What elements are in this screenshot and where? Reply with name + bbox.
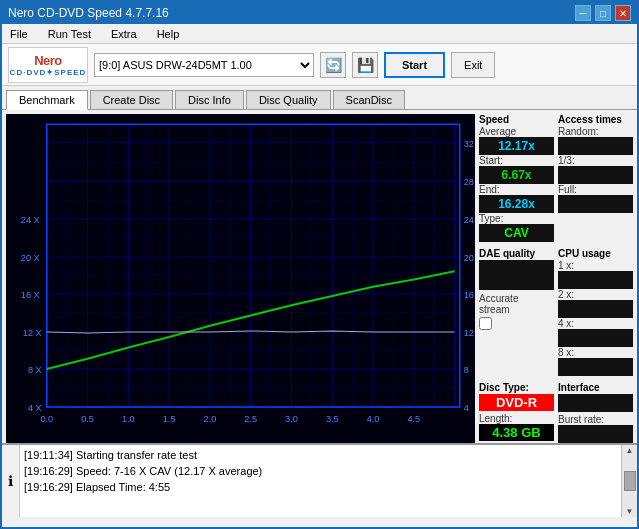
svg-text:8 X: 8 X xyxy=(28,365,42,375)
speed-section: Speed Average 12.17x Start: 6.67x End: 1… xyxy=(479,114,554,242)
nero-logo: Nero CD·DVD✦SPEED xyxy=(8,47,88,83)
maximize-button[interactable]: □ xyxy=(595,5,611,21)
menu-file[interactable]: File xyxy=(6,26,32,42)
start-button[interactable]: Start xyxy=(384,52,445,78)
save-icon-button[interactable]: 💾 xyxy=(352,52,378,78)
title-bar: Nero CD-DVD Speed 4.7.7.16 ─ □ ✕ xyxy=(2,2,637,24)
svg-text:8: 8 xyxy=(464,365,469,375)
tab-disc-quality[interactable]: Disc Quality xyxy=(246,90,331,109)
toolbar: Nero CD·DVD✦SPEED [9:0] ASUS DRW-24D5MT … xyxy=(2,44,637,86)
start-label: Start: xyxy=(479,155,554,166)
svg-text:12: 12 xyxy=(464,328,474,338)
accurate-label-wrap: Accurate stream xyxy=(479,293,554,332)
disc-type-value: DVD-R xyxy=(479,394,554,411)
disc-section: Disc Type: DVD-R Length: 4.38 GB xyxy=(479,382,554,443)
svg-text:2.5: 2.5 xyxy=(244,414,257,424)
cpu-section: CPU usage 1 x: 2 x: 4 x: 8 x: xyxy=(558,248,633,376)
burst-label: Burst rate: xyxy=(558,414,633,425)
svg-rect-0 xyxy=(6,114,475,443)
tab-scandisc[interactable]: ScanDisc xyxy=(333,90,405,109)
average-label: Average xyxy=(479,126,554,137)
random-label: Random: xyxy=(558,126,633,137)
scroll-down-arrow[interactable]: ▼ xyxy=(626,507,634,516)
access-section: Access times Random: 1/3: Full: xyxy=(558,114,633,242)
right-panel: Speed Average 12.17x Start: 6.67x End: 1… xyxy=(475,110,637,443)
interface-section: Interface Burst rate: xyxy=(558,382,633,443)
scroll-up-arrow[interactable]: ▲ xyxy=(626,446,634,455)
accurate-label: Accurate xyxy=(479,293,554,304)
dae-value xyxy=(479,260,554,290)
svg-text:20: 20 xyxy=(464,253,474,263)
svg-text:2.0: 2.0 xyxy=(204,414,217,424)
cpu-8x-value xyxy=(558,358,633,376)
speed-header: Speed xyxy=(479,114,554,125)
menu-help[interactable]: Help xyxy=(153,26,184,42)
svg-text:1.5: 1.5 xyxy=(163,414,176,424)
logo-nero: Nero xyxy=(34,53,62,68)
one-third-value xyxy=(558,166,633,184)
svg-text:16: 16 xyxy=(464,290,474,300)
log-text-area: [19:11:34] Starting transfer rate test [… xyxy=(20,445,621,517)
disc-type-header: Disc Type: xyxy=(479,382,554,393)
svg-text:3.5: 3.5 xyxy=(326,414,339,424)
accurate-stream-label: stream xyxy=(479,304,554,315)
svg-text:1.0: 1.0 xyxy=(122,414,135,424)
start-value: 6.67x xyxy=(479,166,554,184)
svg-text:4: 4 xyxy=(464,403,469,413)
cpu-1x-label: 1 x: xyxy=(558,260,633,271)
log-scrollbar[interactable]: ▲ ▼ xyxy=(621,445,637,517)
dae-cpu-section: DAE quality Accurate stream CPU usage 1 … xyxy=(479,248,633,376)
log-icon-area: ℹ xyxy=(2,445,20,517)
svg-text:3.0: 3.0 xyxy=(285,414,298,424)
type-value: CAV xyxy=(479,224,554,242)
accurate-stream-checkbox[interactable] xyxy=(479,317,492,330)
svg-text:4.0: 4.0 xyxy=(367,414,380,424)
length-label: Length: xyxy=(479,413,554,424)
window-title: Nero CD-DVD Speed 4.7.7.16 xyxy=(8,6,169,20)
interface-header: Interface xyxy=(558,382,633,393)
dae-section: DAE quality Accurate stream xyxy=(479,248,554,376)
window-controls: ─ □ ✕ xyxy=(575,5,631,21)
cpu-4x-label: 4 x: xyxy=(558,318,633,329)
tab-benchmark[interactable]: Benchmark xyxy=(6,90,88,110)
full-value xyxy=(558,195,633,213)
center-section: 4 X 8 X 12 X 16 X 20 X 24 X 4 8 12 16 20… xyxy=(2,110,637,443)
log-line-3: [19:16:29] Elapsed Time: 4:55 xyxy=(24,479,617,495)
svg-text:24: 24 xyxy=(464,215,474,225)
svg-text:20 X: 20 X xyxy=(21,253,40,263)
interface-value xyxy=(558,394,633,412)
menu-bar: File Run Test Extra Help xyxy=(2,24,637,44)
drive-select[interactable]: [9:0] ASUS DRW-24D5MT 1.00 xyxy=(94,53,314,77)
svg-text:16 X: 16 X xyxy=(21,290,40,300)
average-value: 12.17x xyxy=(479,137,554,155)
access-header: Access times xyxy=(558,114,633,125)
svg-text:0.5: 0.5 xyxy=(81,414,94,424)
refresh-icon-button[interactable]: 🔄 xyxy=(320,52,346,78)
minimize-button[interactable]: ─ xyxy=(575,5,591,21)
cpu-4x-value xyxy=(558,329,633,347)
log-line-1: [19:11:34] Starting transfer rate test xyxy=(24,447,617,463)
logo-cdspeed: CD·DVD✦SPEED xyxy=(10,68,87,77)
chart-svg: 4 X 8 X 12 X 16 X 20 X 24 X 4 8 12 16 20… xyxy=(6,114,475,443)
scroll-thumb[interactable] xyxy=(624,471,636,491)
main-window: Nero CD-DVD Speed 4.7.7.16 ─ □ ✕ File Ru… xyxy=(0,0,639,529)
end-value: 16.28x xyxy=(479,195,554,213)
chart-area: 4 X 8 X 12 X 16 X 20 X 24 X 4 8 12 16 20… xyxy=(6,114,475,443)
tab-disc-info[interactable]: Disc Info xyxy=(175,90,244,109)
svg-text:24 X: 24 X xyxy=(21,215,40,225)
one-third-label: 1/3: xyxy=(558,155,633,166)
exit-button[interactable]: Exit xyxy=(451,52,495,78)
svg-text:32: 32 xyxy=(464,139,474,149)
log-line-2: [19:16:29] Speed: 7-16 X CAV (12.17 X av… xyxy=(24,463,617,479)
cpu-2x-label: 2 x: xyxy=(558,289,633,300)
type-label: Type: xyxy=(479,213,554,224)
menu-extra[interactable]: Extra xyxy=(107,26,141,42)
close-button[interactable]: ✕ xyxy=(615,5,631,21)
menu-run-test[interactable]: Run Test xyxy=(44,26,95,42)
speed-access-section: Speed Average 12.17x Start: 6.67x End: 1… xyxy=(479,114,633,242)
info-icon: ℹ xyxy=(8,473,13,489)
end-label: End: xyxy=(479,184,554,195)
tab-create-disc[interactable]: Create Disc xyxy=(90,90,173,109)
disc-interface-section: Disc Type: DVD-R Length: 4.38 GB Interfa… xyxy=(479,382,633,443)
svg-text:12 X: 12 X xyxy=(23,328,42,338)
